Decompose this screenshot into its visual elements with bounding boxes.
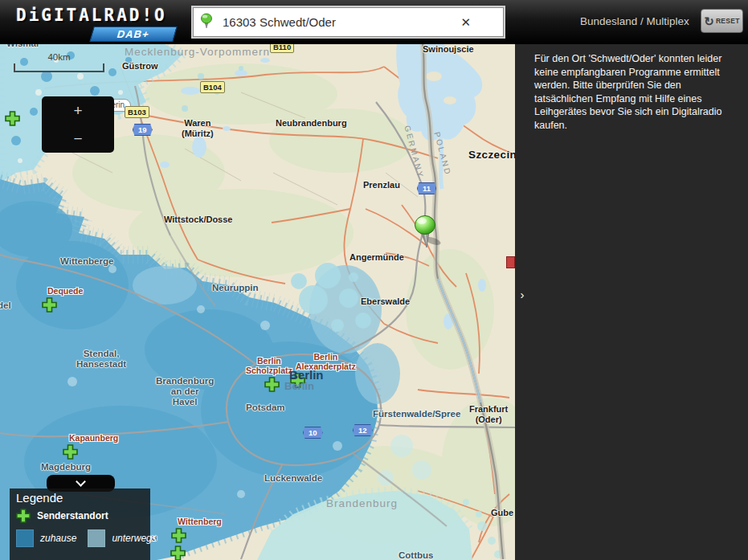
transmitter-marker[interactable]	[170, 546, 186, 560]
legend-transmitter-row: Senderstandort	[16, 509, 144, 523]
app-logo: DiGITALRAD!O DAB+	[16, 6, 185, 41]
coverage-map[interactable]: WismarMecklenburg-VorpommernGüstrowWaren…	[0, 44, 515, 560]
dab-plus-badge: DAB+	[89, 27, 177, 42]
zoom-in-button[interactable]: +	[42, 96, 114, 125]
scale-line	[14, 63, 104, 72]
logo-text: DiGITALRAD!O	[16, 6, 185, 25]
transmitter-marker[interactable]	[290, 373, 305, 388]
top-bar: DiGITALRAD!O DAB+ ✕ Bundesland / Multipl…	[0, 0, 748, 44]
bundesland-multiplex-link[interactable]: Bundesland / Multiplex	[580, 15, 689, 27]
transmitter-marker[interactable]	[5, 111, 20, 126]
clear-search-button[interactable]: ✕	[457, 8, 474, 36]
selected-location-pin[interactable]	[411, 215, 444, 250]
zoom-control: + −	[42, 96, 114, 153]
road-badge: 11	[417, 182, 436, 194]
no-reception-message: Für den Ort 'Schwedt/Oder' konnten leide…	[534, 52, 738, 132]
legend-panel: Legende Senderstandort zuhause unterwegs	[10, 488, 150, 560]
transmitter-marker[interactable]	[264, 377, 280, 392]
road-badge: B110	[270, 44, 294, 53]
results-panel: › Für den Ort 'Schwedt/Oder' konnten lei…	[515, 44, 748, 560]
legend-items: zuhause unterwegs	[16, 529, 144, 547]
road-badge: B103	[125, 106, 149, 118]
unterwegs-swatch	[88, 529, 105, 547]
transmitter-icon	[16, 509, 31, 523]
road-badge: B104	[200, 81, 225, 93]
transmitter-marker[interactable]	[63, 444, 78, 460]
road-badge	[506, 256, 515, 268]
zoom-out-button[interactable]: −	[42, 125, 114, 153]
dab-plus-label: DAB+	[116, 28, 151, 40]
road-badge: 19	[133, 124, 153, 136]
map-scale: 40km	[14, 52, 104, 72]
location-search-box: ✕	[193, 7, 504, 37]
panel-collapse-handle[interactable]: ›	[517, 285, 528, 303]
road-badge: 10	[303, 427, 323, 439]
reset-button[interactable]: ↻ RESET	[701, 9, 743, 33]
legend-transmitter-label: Senderstandort	[37, 510, 108, 521]
road-badge: 12	[353, 424, 373, 436]
zuhause-label: zuhause	[40, 533, 76, 544]
zuhause-swatch	[16, 529, 34, 547]
chevron-down-icon	[76, 476, 86, 487]
unterwegs-label: unterwegs	[112, 533, 156, 544]
legend-title: Legende	[16, 491, 144, 505]
location-pin-icon	[200, 13, 214, 32]
transmitter-marker[interactable]	[42, 297, 57, 313]
reset-label: RESET	[716, 17, 740, 25]
transmitter-marker[interactable]	[171, 528, 186, 543]
reset-icon: ↻	[704, 15, 714, 27]
scale-label: 40km	[14, 52, 104, 62]
